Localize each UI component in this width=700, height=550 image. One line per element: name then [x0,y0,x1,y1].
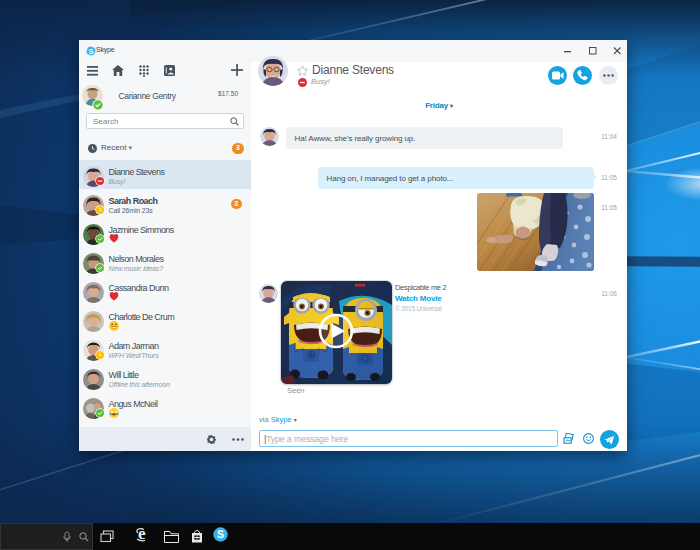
svg-text:S: S [88,47,93,54]
svg-text:S: S [217,528,224,540]
